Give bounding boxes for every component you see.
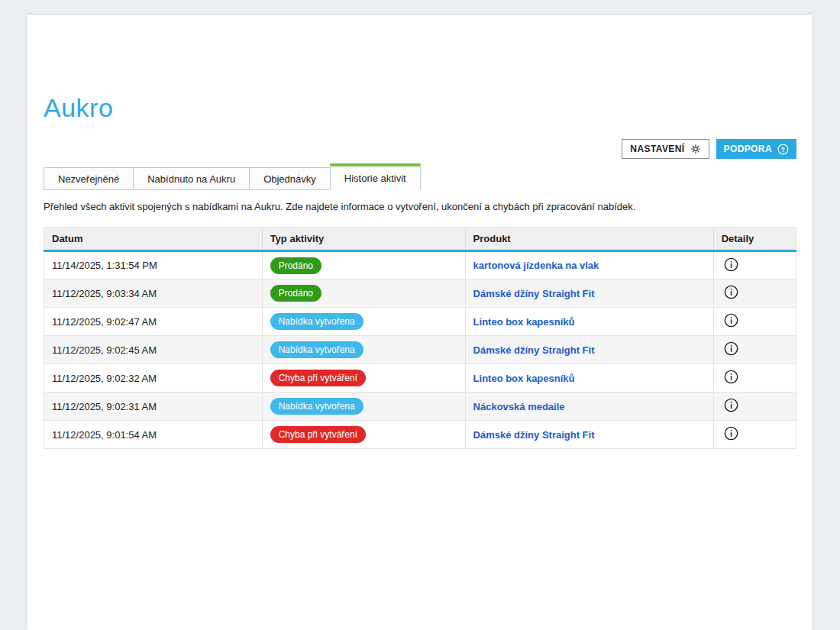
intro-text: Přehled všech aktivit spojených s nabídk… (44, 201, 796, 212)
info-icon[interactable] (724, 257, 738, 272)
table-row: 11/12/2025, 9:02:32 AM Chyba při vytváře… (44, 364, 796, 393)
product-link[interactable]: Dámské džíny Straight Fit (473, 288, 595, 299)
activity-date: 11/12/2025, 9:02:47 AM (44, 308, 263, 336)
tab-4[interactable]: Historie aktivit (330, 163, 421, 190)
info-icon[interactable] (724, 426, 738, 441)
gear-icon (690, 144, 701, 154)
page-title: Aukro (44, 93, 796, 123)
table-header-row: Datum Typ aktivity Produkt Detaily (44, 228, 796, 251)
content-card: Aukro NASTAVENÍ PODPORA ? Nezveřejněné N… (27, 15, 812, 630)
info-icon[interactable] (724, 285, 738, 299)
info-icon[interactable] (724, 341, 738, 356)
activity-type-badge: Nabídka vytvořena (270, 398, 363, 415)
product-link[interactable]: Dámské džíny Straight Fit (473, 429, 595, 441)
activity-date: 11/14/2025, 1:31:54 PM (44, 251, 263, 279)
table-row: 11/12/2025, 9:02:47 AM Nabídka vytvořena… (44, 308, 796, 336)
tab-bar: Nezveřejněné Nabídnuto na Aukru Objednáv… (44, 163, 796, 190)
product-link[interactable]: Náckovská medaile (473, 401, 565, 412)
svg-text:?: ? (781, 146, 785, 153)
activity-date: 11/12/2025, 9:02:31 AM (44, 393, 263, 421)
activity-date: 11/12/2025, 9:02:32 AM (44, 364, 263, 393)
question-circle-icon: ? (777, 144, 789, 155)
toolbar: NASTAVENÍ PODPORA ? (44, 139, 796, 159)
activity-type-badge: Nabídka vytvořena (270, 341, 363, 358)
table-row: 11/12/2025, 9:02:31 AM Nabídka vytvořena… (44, 393, 796, 421)
product-link[interactable]: kartonová jízdenka na vlak (473, 260, 599, 271)
activity-type-badge: Chyba při vytváření (270, 426, 366, 443)
table-row: 11/12/2025, 9:02:45 AM Nabídka vytvořena… (44, 336, 796, 364)
tab-2[interactable]: Nabídnuto na Aukru (133, 167, 250, 190)
product-link[interactable]: Linteo box kapesníků (473, 316, 575, 328)
activity-date: 11/12/2025, 9:01:54 AM (44, 421, 263, 449)
tab-3[interactable]: Objednávky (249, 167, 331, 190)
settings-button[interactable]: NASTAVENÍ (622, 139, 709, 159)
info-icon[interactable] (724, 398, 738, 412)
activity-type-badge: Chyba při vytváření (270, 370, 366, 386)
info-icon[interactable] (724, 370, 738, 384)
settings-button-label: NASTAVENÍ (630, 144, 684, 154)
table-row: 11/14/2025, 1:31:54 PM Prodáno kartonová… (44, 251, 796, 279)
product-link[interactable]: Linteo box kapesníků (473, 373, 575, 384)
column-header-details: Detaily (713, 228, 796, 251)
column-header-product: Produkt (465, 228, 713, 251)
activity-type-badge: Prodáno (270, 257, 321, 274)
column-header-date: Datum (44, 228, 263, 251)
support-button[interactable]: PODPORA ? (716, 139, 796, 159)
tab-1[interactable]: Nezveřejněné (44, 167, 134, 190)
activity-date: 11/12/2025, 9:02:45 AM (44, 336, 263, 364)
product-link[interactable]: Dámské džíny Straight Fit (473, 344, 595, 356)
support-button-label: PODPORA (724, 144, 772, 154)
activity-date: 11/12/2025, 9:03:34 AM (44, 279, 263, 308)
column-header-activity-type: Typ aktivity (262, 228, 465, 251)
activity-table: Datum Typ aktivity Produkt Detaily 11/14… (44, 227, 796, 449)
info-icon[interactable] (724, 313, 738, 328)
activity-type-badge: Nabídka vytvořena (270, 313, 363, 330)
table-row: 11/12/2025, 9:03:34 AM Prodáno Dámské dž… (44, 279, 796, 308)
table-row: 11/12/2025, 9:01:54 AM Chyba při vytváře… (44, 421, 796, 449)
activity-type-badge: Prodáno (270, 285, 321, 302)
